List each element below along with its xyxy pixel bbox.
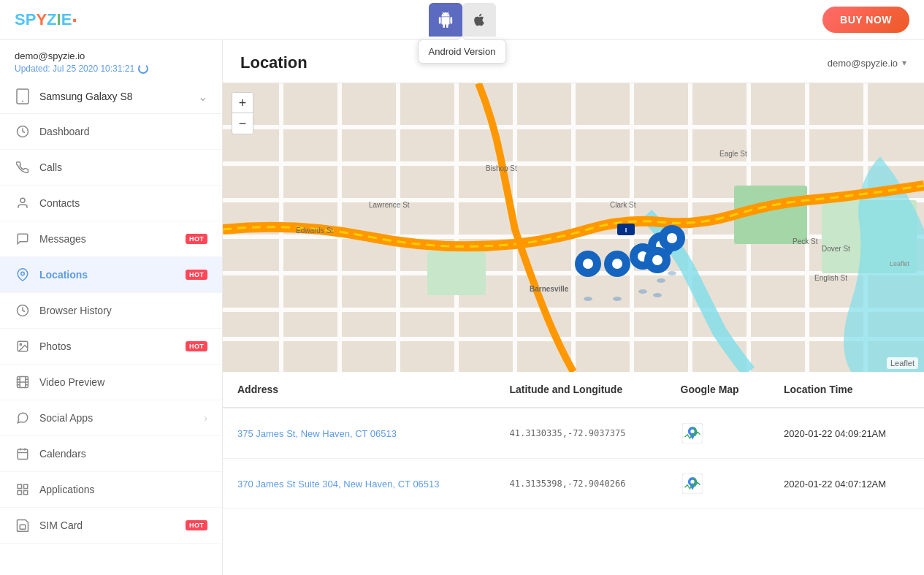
map-svg: I bbox=[223, 83, 924, 372]
messages-hot-badge: HOT bbox=[186, 234, 207, 244]
android-icon bbox=[438, 12, 454, 28]
svg-text:Dover St: Dover St bbox=[822, 245, 850, 253]
google-map-cell[interactable] bbox=[666, 408, 769, 459]
svg-point-4 bbox=[21, 272, 25, 275]
sidebar-item-dashboard[interactable]: Dashboard bbox=[0, 114, 222, 150]
locations-hot-badge: HOT bbox=[186, 270, 207, 280]
logo: SPYZIE· bbox=[15, 10, 77, 29]
location-table-container: Address Latitude and Longitude Google Ma… bbox=[223, 372, 924, 575]
col-google-map: Google Map bbox=[666, 372, 769, 408]
photos-hot-badge: HOT bbox=[186, 341, 207, 351]
header-user-email: demo@spyzie.io bbox=[828, 58, 898, 69]
svg-text:Eagle St: Eagle St bbox=[719, 150, 747, 158]
logo-letter-s: S bbox=[15, 10, 26, 28]
logo-letter-z: Z bbox=[47, 10, 56, 28]
svg-rect-21 bbox=[24, 484, 28, 488]
sim-card-hot-badge: HOT bbox=[186, 520, 207, 530]
map-controls: + − bbox=[232, 92, 253, 134]
platform-switcher: Android Version bbox=[429, 3, 496, 37]
android-version-tooltip: Android Version bbox=[418, 39, 507, 64]
sidebar-item-browser-history[interactable]: Browser History bbox=[0, 293, 222, 329]
browser-history-label: Browser History bbox=[39, 305, 207, 316]
sidebar-item-sim-card[interactable]: SIM Card HOT bbox=[0, 508, 222, 544]
address-cell[interactable]: 370 James St Suite 304, New Haven, CT 06… bbox=[223, 459, 495, 509]
sidebar: demo@spyzie.io Updated: Jul 25 2020 10:3… bbox=[0, 40, 223, 575]
video-preview-icon bbox=[15, 374, 31, 390]
sidebar-item-social-apps[interactable]: Social Apps › bbox=[0, 400, 222, 436]
messages-icon bbox=[15, 231, 31, 247]
buy-now-button[interactable]: BUY NOW bbox=[822, 7, 909, 33]
sidebar-item-video-preview[interactable]: Video Preview bbox=[0, 365, 222, 400]
col-time: Location Time bbox=[769, 372, 924, 408]
device-selector[interactable]: Samsung Galaxy S8 ⌄ bbox=[0, 80, 222, 114]
svg-point-50 bbox=[583, 259, 593, 269]
svg-rect-23 bbox=[18, 491, 21, 495]
contacts-icon bbox=[15, 195, 31, 211]
refresh-icon[interactable] bbox=[138, 64, 148, 74]
device-name: Samsung Galaxy S8 bbox=[39, 91, 133, 102]
svg-rect-20 bbox=[18, 484, 21, 488]
sidebar-user-info: demo@spyzie.io Updated: Jul 25 2020 10:3… bbox=[0, 40, 222, 80]
sidebar-item-contacts[interactable]: Contacts bbox=[0, 186, 222, 221]
time-cell: 2020-01-22 04:09:21AM bbox=[769, 408, 924, 459]
svg-point-60 bbox=[652, 255, 663, 265]
coords-cell: 41.3135398,-72.9040266 bbox=[495, 459, 665, 509]
content-header: Location demo@spyzie.io ▾ bbox=[223, 40, 924, 83]
android-tooltip-text: Android Version bbox=[429, 46, 496, 57]
sim-card-label: SIM Card bbox=[39, 519, 172, 531]
social-apps-icon bbox=[15, 410, 31, 426]
sidebar-item-messages[interactable]: Messages HOT bbox=[0, 221, 222, 257]
video-preview-label: Video Preview bbox=[39, 376, 207, 388]
svg-text:English St: English St bbox=[814, 274, 847, 282]
content-area: Location demo@spyzie.io ▾ bbox=[223, 40, 924, 575]
sidebar-item-photos[interactable]: Photos HOT bbox=[0, 329, 222, 365]
svg-point-1 bbox=[22, 101, 23, 102]
location-table: Address Latitude and Longitude Google Ma… bbox=[223, 372, 924, 509]
sidebar-updated: Updated: Jul 25 2020 10:31:21 bbox=[15, 64, 207, 74]
col-coords: Latitude and Longitude bbox=[495, 372, 665, 408]
table-header-row: Address Latitude and Longitude Google Ma… bbox=[223, 372, 924, 408]
sidebar-item-applications[interactable]: Applications bbox=[0, 472, 222, 508]
calendars-icon bbox=[15, 446, 31, 462]
apple-icon bbox=[472, 12, 486, 27]
ios-platform-button[interactable] bbox=[462, 3, 496, 37]
svg-point-52 bbox=[612, 259, 622, 269]
locations-label: Locations bbox=[39, 269, 172, 281]
photos-icon bbox=[15, 338, 31, 354]
svg-text:Bishop St: Bishop St bbox=[486, 164, 517, 172]
applications-label: Applications bbox=[39, 484, 207, 495]
svg-rect-24 bbox=[20, 525, 26, 529]
user-menu[interactable]: demo@spyzie.io ▾ bbox=[828, 58, 906, 69]
address-cell[interactable]: 375 James St, New Haven, CT 06513 bbox=[223, 408, 495, 459]
svg-rect-22 bbox=[24, 491, 28, 495]
google-map-icon[interactable] bbox=[681, 472, 704, 495]
header: SPYZIE· Android Version BUY NOW bbox=[0, 0, 924, 40]
contacts-label: Contacts bbox=[39, 197, 207, 209]
svg-rect-16 bbox=[18, 449, 28, 460]
table-row: 375 James St, New Haven, CT 0651341.3130… bbox=[223, 408, 924, 459]
leaflet-attribution: Leaflet bbox=[887, 357, 918, 369]
calendars-label: Calendars bbox=[39, 448, 207, 460]
svg-text:Lawrence St: Lawrence St bbox=[369, 201, 410, 209]
sidebar-item-calls[interactable]: Calls bbox=[0, 150, 222, 186]
coords-cell: 41.3130335,-72.9037375 bbox=[495, 408, 665, 459]
zoom-in-button[interactable]: + bbox=[232, 93, 253, 113]
svg-rect-44 bbox=[427, 251, 486, 295]
svg-point-7 bbox=[20, 343, 21, 345]
locations-icon bbox=[15, 267, 31, 283]
sidebar-item-locations[interactable]: Locations HOT bbox=[0, 257, 222, 293]
svg-text:Leaflet: Leaflet bbox=[890, 260, 910, 267]
page-title: Location bbox=[240, 53, 308, 72]
google-map-cell[interactable] bbox=[666, 459, 769, 509]
sidebar-item-calendars[interactable]: Calendars bbox=[0, 436, 222, 472]
device-dropdown-chevron: ⌄ bbox=[198, 90, 207, 104]
svg-point-3 bbox=[20, 198, 25, 202]
sim-card-icon bbox=[15, 517, 31, 533]
google-map-icon[interactable] bbox=[681, 422, 704, 445]
android-platform-button[interactable] bbox=[429, 3, 462, 37]
social-apps-label: Social Apps bbox=[39, 412, 195, 424]
device-icon bbox=[15, 88, 31, 104]
logo-letter-e: E bbox=[61, 10, 72, 28]
zoom-out-button[interactable]: − bbox=[232, 113, 253, 134]
svg-text:Peck St: Peck St bbox=[793, 237, 818, 245]
